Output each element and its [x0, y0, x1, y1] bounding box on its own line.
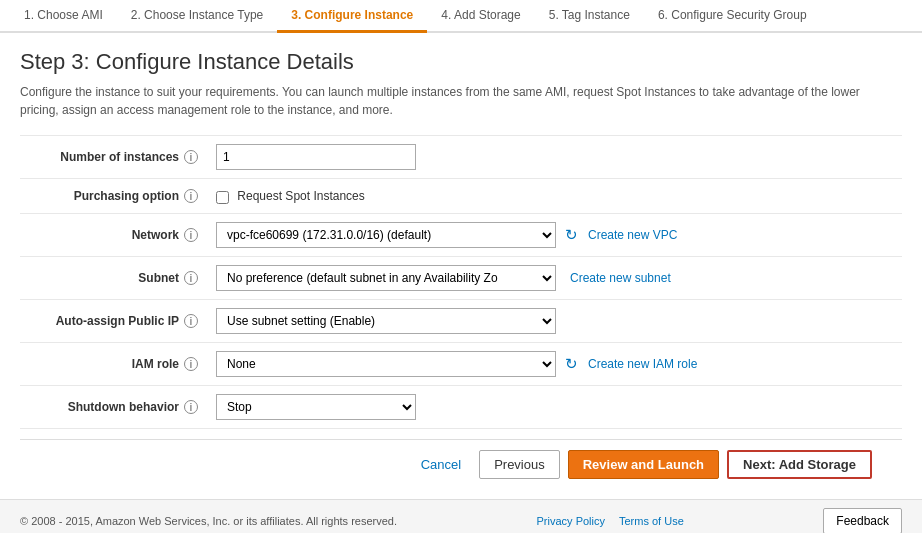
- feedback-button[interactable]: Feedback: [823, 508, 902, 533]
- row-auto-assign-ip: Auto-assign Public IP i Use subnet setti…: [20, 300, 902, 343]
- network-select[interactable]: vpc-fce60699 (172.31.0.0/16) (default): [216, 222, 556, 248]
- footer-links: Privacy Policy Terms of Use: [537, 515, 684, 527]
- row-shutdown: Shutdown behavior i Stop: [20, 386, 902, 429]
- create-iam-role-link[interactable]: Create new IAM role: [588, 357, 697, 371]
- create-subnet-link[interactable]: Create new subnet: [570, 271, 671, 285]
- cancel-button[interactable]: Cancel: [411, 451, 471, 478]
- row-purchasing: Purchasing option i Request Spot Instanc…: [20, 179, 902, 214]
- shutdown-select[interactable]: Stop: [216, 394, 416, 420]
- subnet-select[interactable]: No preference (default subnet in any Ava…: [216, 265, 556, 291]
- footer: © 2008 - 2015, Amazon Web Services, Inc.…: [0, 499, 922, 533]
- review-launch-button[interactable]: Review and Launch: [568, 450, 719, 479]
- iam-role-select[interactable]: None: [216, 351, 556, 377]
- footer-copyright: © 2008 - 2015, Amazon Web Services, Inc.…: [20, 515, 397, 527]
- create-vpc-link[interactable]: Create new VPC: [588, 228, 677, 242]
- auto-assign-label: Auto-assign Public IP: [56, 314, 179, 328]
- shutdown-label: Shutdown behavior: [68, 400, 179, 414]
- nav-tab-2[interactable]: 2. Choose Instance Type: [117, 0, 278, 33]
- instances-input[interactable]: [216, 144, 416, 170]
- nav-tab-3[interactable]: 3. Configure Instance: [277, 0, 427, 33]
- previous-button[interactable]: Previous: [479, 450, 560, 479]
- auto-assign-select[interactable]: Use subnet setting (Enable): [216, 308, 556, 334]
- iam-role-refresh-icon[interactable]: ↻: [560, 353, 582, 375]
- wizard-tabs: 1. Choose AMI2. Choose Instance Type3. C…: [0, 0, 922, 33]
- network-refresh-icon[interactable]: ↻: [560, 224, 582, 246]
- instances-info-icon[interactable]: i: [184, 150, 198, 164]
- row-iam-role: IAM role i None ↻ Create new IAM role: [20, 343, 902, 386]
- instances-label: Number of instances: [60, 150, 179, 164]
- iam-role-label: IAM role: [132, 357, 179, 371]
- nav-tab-5[interactable]: 5. Tag Instance: [535, 0, 644, 33]
- privacy-policy-link[interactable]: Privacy Policy: [537, 515, 605, 527]
- subnet-label: Subnet: [138, 271, 179, 285]
- spot-instances-checkbox-label[interactable]: Request Spot Instances: [216, 189, 365, 203]
- shutdown-info-icon[interactable]: i: [184, 400, 198, 414]
- row-network: Network i vpc-fce60699 (172.31.0.0/16) (…: [20, 214, 902, 257]
- next-button[interactable]: Next: Add Storage: [727, 450, 872, 479]
- nav-tab-1[interactable]: 1. Choose AMI: [10, 0, 117, 33]
- purchasing-info-icon[interactable]: i: [184, 189, 198, 203]
- spot-instances-checkbox[interactable]: [216, 191, 229, 204]
- row-subnet: Subnet i No preference (default subnet i…: [20, 257, 902, 300]
- iam-role-info-icon[interactable]: i: [184, 357, 198, 371]
- nav-tab-4[interactable]: 4. Add Storage: [427, 0, 534, 33]
- purchasing-label: Purchasing option: [74, 189, 179, 203]
- action-bar: Cancel Previous Review and Launch Next: …: [20, 439, 902, 489]
- configure-form: Number of instances i Purchasing option …: [20, 135, 902, 429]
- network-label: Network: [132, 228, 179, 242]
- page-description: Configure the instance to suit your requ…: [20, 83, 870, 119]
- main-content: Step 3: Configure Instance Details Confi…: [0, 33, 922, 499]
- row-instances: Number of instances i: [20, 136, 902, 179]
- page-title: Step 3: Configure Instance Details: [20, 49, 902, 75]
- terms-of-use-link[interactable]: Terms of Use: [619, 515, 684, 527]
- nav-tab-6[interactable]: 6. Configure Security Group: [644, 0, 821, 33]
- auto-assign-info-icon[interactable]: i: [184, 314, 198, 328]
- network-info-icon[interactable]: i: [184, 228, 198, 242]
- subnet-info-icon[interactable]: i: [184, 271, 198, 285]
